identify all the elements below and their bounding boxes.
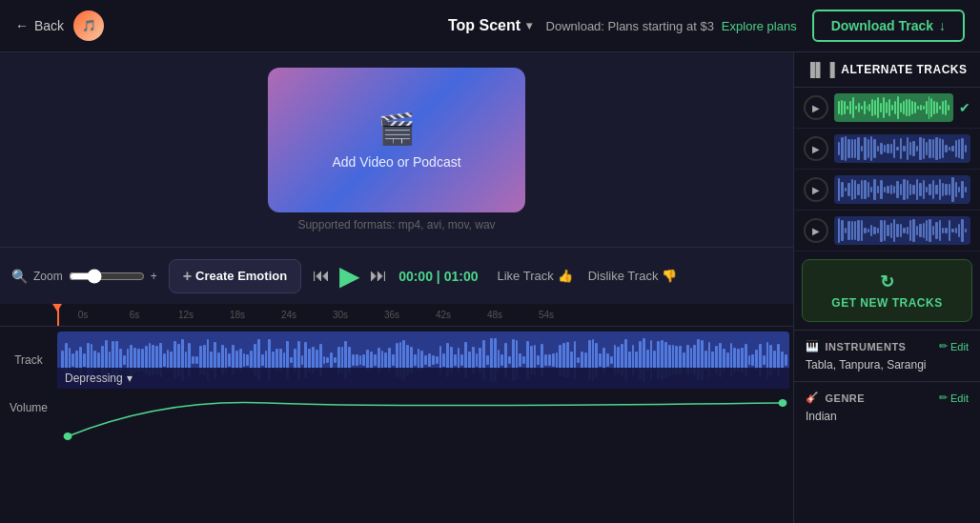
logo-icon: 🎵 <box>73 10 104 41</box>
plus-icon: + <box>183 268 192 285</box>
emotion-chevron-icon: ▾ <box>127 372 133 385</box>
video-upload-card[interactable]: 🎬 Add Video or Podcast <box>268 68 525 212</box>
like-dislike-controls: Like Track 👍 Dislike Track 👎 <box>497 269 677 283</box>
zoom-icon: 🔍 <box>11 269 28 284</box>
track-1-play-button[interactable]: ▶ <box>804 95 828 120</box>
ruler-mark-48s: 48s <box>469 310 521 320</box>
instruments-header: 🎹 INSTRUMENTS ✏ Edit <box>806 340 969 352</box>
get-new-tracks-label: GET NEW TRACKS <box>831 296 942 310</box>
ruler-mark-24s: 24s <box>263 310 315 320</box>
guitar-icon: 🎸 <box>806 392 820 404</box>
back-button[interactable]: ← Back <box>15 18 64 33</box>
emotion-tag[interactable]: Depressing ▾ <box>57 368 789 389</box>
zoom-label: Zoom <box>33 270 63 283</box>
supported-formats-text: Supported formats: mp4, avi, mov, wav <box>297 218 495 231</box>
skip-back-button[interactable]: ⏮ <box>313 266 330 286</box>
playback-controls: ⏮ ▶ ⏭ <box>313 260 387 292</box>
like-label: Like Track <box>497 269 553 283</box>
like-track-button[interactable]: Like Track 👍 <box>497 269 572 283</box>
zoom-plus-icon: + <box>151 270 157 283</box>
skip-forward-button[interactable]: ⏭ <box>370 266 387 286</box>
thumbs-down-icon: 👎 <box>662 269 677 283</box>
instruments-title: 🎹 INSTRUMENTS <box>806 340 906 352</box>
download-info: Download: Plans starting at $3 Explore p… <box>546 19 797 33</box>
ruler-mark-36s: 36s <box>366 310 418 320</box>
controls-bar: 🔍 Zoom + + Create Emotion ⏮ ▶ ⏭ 00:00 | … <box>0 247 793 304</box>
volume-row: Volume <box>0 393 793 451</box>
chevron-down-icon: ▾ <box>526 19 532 32</box>
genre-edit-button[interactable]: ✏ Edit <box>939 392 969 404</box>
main-content: 🎬 Add Video or Podcast Supported formats… <box>0 52 980 523</box>
time-ruler: 0s 6s 12s 18s 24s 30s 36s 42s 48s 54s <box>0 304 793 327</box>
ruler-mark-18s: 18s <box>212 310 263 320</box>
track-row: Track Depressing ▾ <box>0 327 793 393</box>
zoom-control: 🔍 Zoom + <box>11 269 157 284</box>
track-waveform-container[interactable]: Depressing ▾ <box>57 332 789 389</box>
get-new-tracks-button[interactable]: ↻ GET NEW TRACKS <box>802 259 972 322</box>
back-label: Back <box>34 18 64 33</box>
alternate-track-3[interactable]: ▶ <box>794 170 980 211</box>
top-scent-label: Top Scent <box>448 17 521 34</box>
genre-header: 🎸 GENRE ✏ Edit <box>806 392 969 404</box>
time-separator: | <box>437 269 444 284</box>
time-current: 00:00 <box>398 269 433 284</box>
waveform-icon: ▐▌▐ <box>806 62 835 77</box>
center-panel: 🎬 Add Video or Podcast Supported formats… <box>0 52 793 523</box>
play-button[interactable]: ▶ <box>339 260 360 292</box>
download-track-label: Download Track <box>831 18 933 33</box>
alternate-track-4[interactable]: ▶ <box>794 211 980 251</box>
volume-label: Volume <box>0 393 57 414</box>
film-icon: 🎬 <box>378 111 416 147</box>
alternate-track-2[interactable]: ▶ <box>794 129 980 170</box>
instruments-label: INSTRUMENTS <box>826 341 907 352</box>
track-3-play-button[interactable]: ▶ <box>804 177 828 202</box>
genre-value: Indian <box>806 410 969 423</box>
track-1-selected-icon: ✔ <box>959 100 970 115</box>
right-panel: ▐▌▐ ALTERNATE TRACKS ▶ ✔ ▶ ▶ ▶ ↻ GET NEW… <box>793 52 980 523</box>
playhead-triangle <box>52 304 62 312</box>
svg-point-1 <box>779 399 787 407</box>
alternate-tracks-title: ALTERNATE TRACKS <box>841 63 967 76</box>
instruments-value: Tabla, Tanpura, Sarangi <box>806 358 969 372</box>
track-label: Track <box>0 353 57 367</box>
create-emotion-label: Create Emotion <box>195 269 287 283</box>
alternate-tracks-header: ▐▌▐ ALTERNATE TRACKS <box>794 52 980 88</box>
download-arrow-icon: ↓ <box>939 18 946 33</box>
video-area: 🎬 Add Video or Podcast Supported formats… <box>0 52 793 247</box>
time-total: 01:00 <box>444 269 479 284</box>
ruler-mark-30s: 30s <box>315 310 366 320</box>
refresh-icon: ↻ <box>880 272 895 292</box>
download-track-button[interactable]: Download Track ↓ <box>812 10 965 42</box>
download-info-text: Download: Plans starting at $3 <box>546 19 714 33</box>
emotion-tag-label: Depressing <box>65 372 123 385</box>
ruler-mark-0s: 0s <box>57 310 109 320</box>
app-header: ← Back 🎵 Top Scent ▾ Download: Plans sta… <box>0 0 980 52</box>
explore-plans-link[interactable]: Explore plans <box>722 19 797 33</box>
ruler-mark-6s: 6s <box>109 310 160 320</box>
track-4-play-button[interactable]: ▶ <box>804 218 828 243</box>
top-scent-selector[interactable]: Top Scent ▾ <box>448 17 532 34</box>
track-2-play-button[interactable]: ▶ <box>804 136 828 161</box>
dislike-track-button[interactable]: Dislike Track 👎 <box>588 269 678 283</box>
pencil-icon: ✏ <box>939 340 948 352</box>
genre-pencil-icon: ✏ <box>939 392 948 404</box>
track-1-waveform <box>834 93 953 122</box>
create-emotion-button[interactable]: + Create Emotion <box>169 259 301 293</box>
time-display: 00:00 | 01:00 <box>398 269 478 284</box>
add-video-label: Add Video or Podcast <box>332 154 460 170</box>
track-4-waveform <box>834 216 970 245</box>
zoom-slider[interactable] <box>69 269 145 284</box>
playhead[interactable] <box>57 304 59 326</box>
svg-point-0 <box>64 432 72 440</box>
genre-title: 🎸 GENRE <box>806 392 865 404</box>
volume-curve[interactable] <box>57 393 793 446</box>
timeline-area: 0s 6s 12s 18s 24s 30s 36s 42s 48s 54s Tr… <box>0 304 793 523</box>
instruments-edit-label: Edit <box>950 341 969 352</box>
ruler-mark-42s: 42s <box>418 310 469 320</box>
instruments-icon: 🎹 <box>806 340 820 352</box>
alternate-track-1: ▶ ✔ <box>794 88 980 129</box>
instruments-edit-button[interactable]: ✏ Edit <box>939 340 969 352</box>
back-arrow-icon: ← <box>15 18 29 33</box>
dislike-label: Dislike Track <box>588 269 659 283</box>
instruments-section: 🎹 INSTRUMENTS ✏ Edit Tabla, Tanpura, Sar… <box>794 330 980 381</box>
